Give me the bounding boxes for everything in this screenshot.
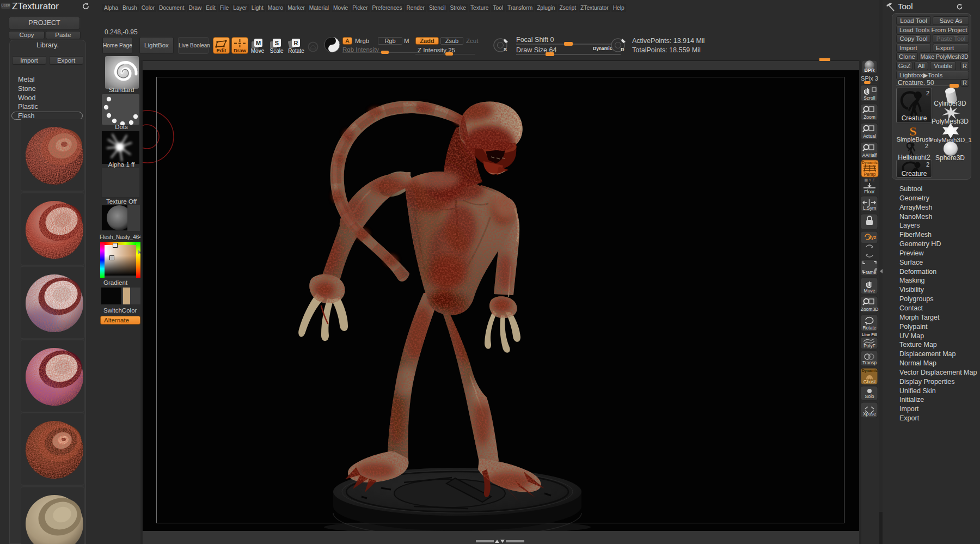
svg-text:Dynamic: Dynamic — [862, 369, 878, 373]
svg-text:SPix 3: SPix 3 — [861, 75, 878, 82]
svg-text:Draw: Draw — [234, 47, 247, 53]
svg-text:BPR: BPR — [864, 68, 875, 73]
svg-text:L.Sym: L.Sym — [863, 205, 876, 211]
svg-text:Move: Move — [251, 48, 265, 54]
svg-text:S: S — [275, 40, 279, 46]
svg-text:2: 2 — [926, 161, 929, 168]
svg-text:Move: Move — [864, 288, 875, 294]
svg-text:AAHalf: AAHalf — [862, 152, 877, 158]
svg-text:Creature: Creature — [902, 114, 927, 122]
svg-text:M: M — [256, 40, 261, 46]
svg-text:Rotate: Rotate — [862, 325, 876, 331]
svg-text:xyz: xyz — [868, 235, 877, 240]
svg-text:2: 2 — [925, 143, 928, 149]
svg-text:▦ Y Z: ▦ Y Z — [864, 178, 875, 182]
svg-text:PolyF: PolyF — [863, 343, 875, 349]
svg-text:Floor: Floor — [864, 189, 875, 194]
svg-text:Solo: Solo — [865, 394, 874, 399]
svg-text:R: R — [294, 40, 298, 46]
svg-text:Transp: Transp — [862, 360, 877, 365]
svg-text:Dynamic: Dynamic — [862, 161, 878, 165]
svg-text:Line Fill: Line Fill — [862, 332, 877, 337]
svg-text:Zoom: Zoom — [863, 114, 875, 120]
svg-text:Rotate: Rotate — [288, 48, 304, 54]
svg-text:Xpose: Xpose — [863, 411, 876, 417]
svg-text:Frame: Frame — [863, 270, 877, 275]
svg-text:Actual: Actual — [863, 133, 876, 139]
svg-text:Scale: Scale — [270, 48, 283, 54]
svg-text:Persp: Persp — [863, 172, 875, 177]
svg-text:Zoom3D: Zoom3D — [861, 307, 879, 312]
svg-text:S: S — [504, 47, 507, 52]
svg-text:2: 2 — [926, 90, 929, 96]
svg-text:D: D — [621, 47, 624, 52]
svg-text:Scroll: Scroll — [863, 95, 875, 101]
svg-text:Ghost: Ghost — [863, 379, 876, 384]
svg-text:Creature: Creature — [902, 170, 927, 178]
svg-text:Edit: Edit — [217, 47, 227, 53]
